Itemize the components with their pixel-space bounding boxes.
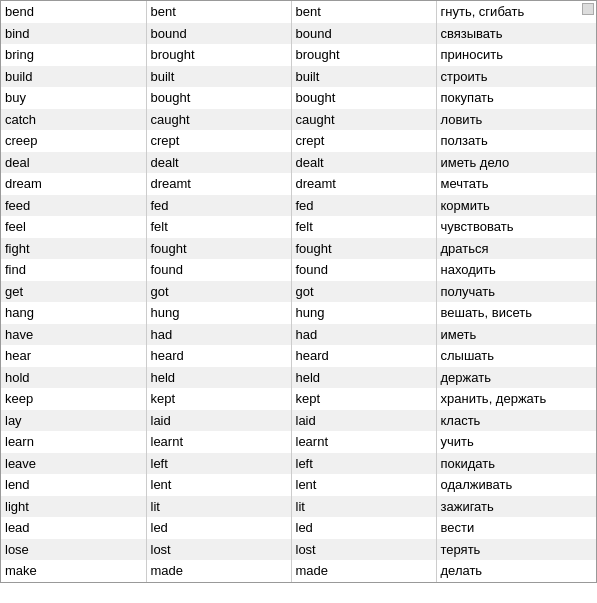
table-row: loselostlostтерять <box>1 539 597 561</box>
table-cell: hung <box>291 302 436 324</box>
table-cell: мечтать <box>436 173 597 195</box>
table-cell: одалживать <box>436 474 597 496</box>
table-cell: dealt <box>291 152 436 174</box>
table-cell: lose <box>1 539 146 561</box>
table-cell: получать <box>436 281 597 303</box>
table-row: catchcaughtcaughtловить <box>1 109 597 131</box>
table-cell: led <box>291 517 436 539</box>
table-cell: crept <box>146 130 291 152</box>
table-cell: dealt <box>146 152 291 174</box>
table-cell: buy <box>1 87 146 109</box>
table-cell: found <box>146 259 291 281</box>
table-cell: laid <box>146 410 291 432</box>
table-cell: bound <box>146 23 291 45</box>
table-cell: строить <box>436 66 597 88</box>
table-row: bendbentbentгнуть, сгибать <box>1 1 597 23</box>
table-row: hearheardheardслышать <box>1 345 597 367</box>
table-cell: hold <box>1 367 146 389</box>
table-cell: lost <box>291 539 436 561</box>
page-wrapper: bendbentbentгнуть, сгибатьbindboundbound… <box>0 0 597 583</box>
table-cell: lent <box>291 474 436 496</box>
table-cell: held <box>146 367 291 389</box>
table-cell: feel <box>1 216 146 238</box>
table-cell: found <box>291 259 436 281</box>
table-cell: hear <box>1 345 146 367</box>
table-cell: have <box>1 324 146 346</box>
table-cell: brought <box>146 44 291 66</box>
table-cell: покупать <box>436 87 597 109</box>
table-cell: hang <box>1 302 146 324</box>
table-cell: зажигать <box>436 496 597 518</box>
table-cell: bound <box>291 23 436 45</box>
table-cell: felt <box>291 216 436 238</box>
table-cell: keep <box>1 388 146 410</box>
table-cell: fought <box>291 238 436 260</box>
table-cell: had <box>146 324 291 346</box>
table-row: learnlearntlearntучить <box>1 431 597 453</box>
table-cell: ловить <box>436 109 597 131</box>
table-cell: lend <box>1 474 146 496</box>
table-cell: dreamt <box>291 173 436 195</box>
table-cell: bring <box>1 44 146 66</box>
table-cell: learnt <box>291 431 436 453</box>
table-row: leadledledвести <box>1 517 597 539</box>
table-cell: гнуть, сгибать <box>436 1 597 23</box>
table-cell: crept <box>291 130 436 152</box>
irregular-verbs-table: bendbentbentгнуть, сгибатьbindboundbound… <box>1 1 597 582</box>
table-cell: fight <box>1 238 146 260</box>
table-cell: вешать, висеть <box>436 302 597 324</box>
table-cell: make <box>1 560 146 582</box>
table-cell: brought <box>291 44 436 66</box>
table-cell: left <box>146 453 291 475</box>
table-row: buyboughtboughtпокупать <box>1 87 597 109</box>
table-row: keepkeptkeptхранить, держать <box>1 388 597 410</box>
table-cell: creep <box>1 130 146 152</box>
table-cell: bend <box>1 1 146 23</box>
table-cell: находить <box>436 259 597 281</box>
table-row: hanghunghungвешать, висеть <box>1 302 597 324</box>
table-cell: kept <box>146 388 291 410</box>
table-cell: lost <box>146 539 291 561</box>
table-cell: делать <box>436 560 597 582</box>
table-cell: built <box>291 66 436 88</box>
table-cell: покидать <box>436 453 597 475</box>
table-cell: heard <box>291 345 436 367</box>
table-cell: fed <box>146 195 291 217</box>
table-row: laylaidlaidкласть <box>1 410 597 432</box>
table-row: bindboundboundсвязывать <box>1 23 597 45</box>
table-row: getgotgotполучать <box>1 281 597 303</box>
table-cell: made <box>146 560 291 582</box>
table-cell: kept <box>291 388 436 410</box>
table-cell: light <box>1 496 146 518</box>
table-row: leaveleftleftпокидать <box>1 453 597 475</box>
table-cell: caught <box>146 109 291 131</box>
table-cell: build <box>1 66 146 88</box>
table-row: bringbroughtbroughtприносить <box>1 44 597 66</box>
table-cell: hung <box>146 302 291 324</box>
table-cell: dreamt <box>146 173 291 195</box>
table-cell: bind <box>1 23 146 45</box>
table-cell: иметь дело <box>436 152 597 174</box>
table-cell: lay <box>1 410 146 432</box>
table-cell: приносить <box>436 44 597 66</box>
table-cell: lead <box>1 517 146 539</box>
table-cell: lit <box>291 496 436 518</box>
table-row: dealdealtdealtиметь дело <box>1 152 597 174</box>
table-container: bendbentbentгнуть, сгибатьbindboundbound… <box>0 0 597 583</box>
scroll-button[interactable] <box>582 3 594 15</box>
table-cell: caught <box>291 109 436 131</box>
table-cell: класть <box>436 410 597 432</box>
table-row: lendlentlentодалживать <box>1 474 597 496</box>
table-row: buildbuiltbuiltстроить <box>1 66 597 88</box>
table-row: findfoundfoundнаходить <box>1 259 597 281</box>
table-cell: bent <box>146 1 291 23</box>
table-cell: lit <box>146 496 291 518</box>
table-cell: built <box>146 66 291 88</box>
table-cell: led <box>146 517 291 539</box>
table-cell: heard <box>146 345 291 367</box>
table-cell: связывать <box>436 23 597 45</box>
table-cell: fed <box>291 195 436 217</box>
table-cell: learn <box>1 431 146 453</box>
table-cell: терять <box>436 539 597 561</box>
table-cell: felt <box>146 216 291 238</box>
